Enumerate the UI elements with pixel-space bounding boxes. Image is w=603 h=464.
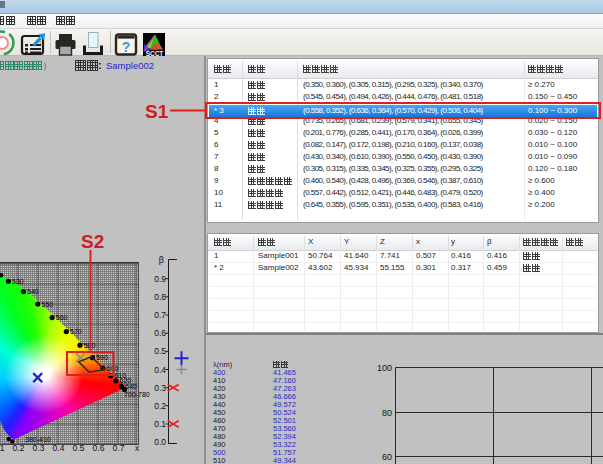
svg-text:?: ? — [122, 39, 131, 55]
svg-text:SCCT: SCCT — [146, 50, 164, 57]
